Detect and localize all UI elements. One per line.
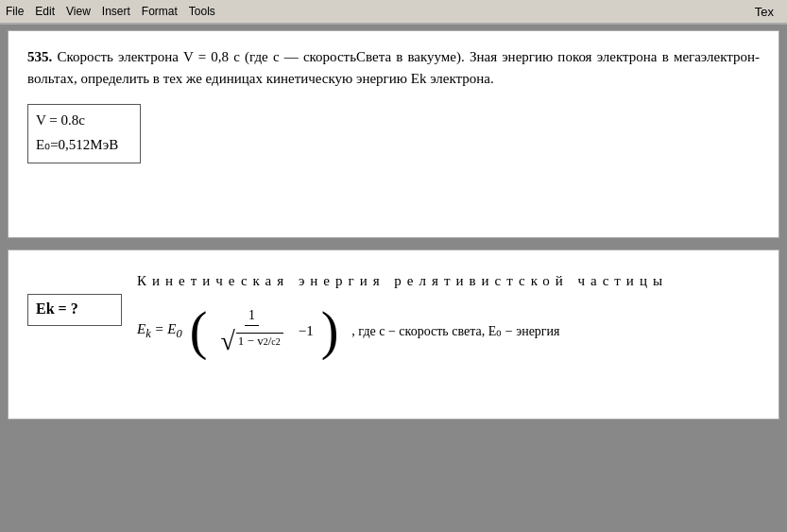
toolbar-edit[interactable]: Edit [35,5,55,18]
app-window: File Edit View Insert Format Tools Tex 5… [0,0,787,532]
right-paren: ) [321,304,339,357]
toolbar-file[interactable]: File [6,5,24,18]
sqrt-content: 1 − v2/c2 [236,333,283,349]
left-paren: ( [190,304,208,357]
where-text: , где с − скорость света, E₀ − энергия [351,323,559,339]
toolbar-view[interactable]: View [66,5,91,18]
toolbar-insert[interactable]: Insert [102,5,130,18]
bottom-panel: Ek = ? Кинетическая энергия релятивистск… [8,249,779,420]
fraction-numerator: 1 [245,308,259,326]
problem-statement: 535. Скорость электрона V = 0,8 с (где с… [27,46,760,89]
sqrt-symbol: √ [220,328,234,354]
toolbar-tools[interactable]: Tools [189,5,215,18]
top-panel: 535. Скорость электрона V = 0,8 с (где с… [8,30,779,238]
kinetic-title: Кинетическая энергия релятивистской част… [137,273,760,289]
minus-one: −1 [299,323,314,339]
find-box: Ek = ? [27,294,122,326]
fraction-denominator: √ 1 − v2/c2 [216,326,286,354]
content-area: 535. Скорость электрона V = 0,8 с (где с… [0,25,787,425]
formula-area: Ek = E0 ( 1 √ 1 − v2/c2 [137,304,760,357]
main-fraction: 1 √ 1 − v2/c2 [216,308,286,354]
find-label: Ek = ? [36,300,78,317]
toolbar-format[interactable]: Format [142,5,178,18]
problem-body: Скорость электрона V = 0,8 с (где с — ск… [27,49,760,86]
problem-number: 535. [27,49,52,64]
formula-prefix: Ek = E0 [137,321,182,341]
given-data-box: V = 0.8c E₀=0,512МэВ [27,104,141,163]
ek-text: Ek = E0 [137,321,182,341]
given-line-1: V = 0.8c [36,109,130,133]
toolbar: File Edit View Insert Format Tools Tex [0,0,787,25]
given-line-2: E₀=0,512МэВ [36,133,130,158]
toolbar-tex-label: Tex [755,5,774,19]
solution-area: Кинетическая энергия релятивистской част… [137,266,760,357]
sqrt-container: √ 1 − v2/c2 [220,328,282,354]
